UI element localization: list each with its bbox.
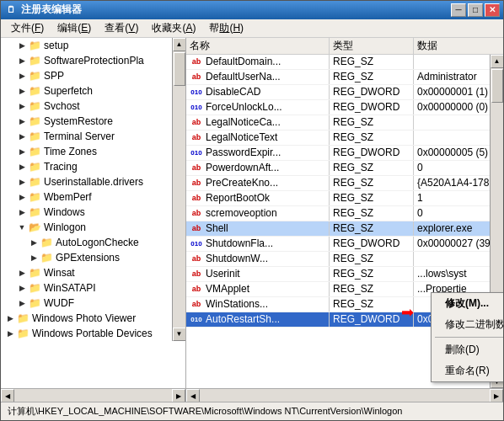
folder-icon: 📁 — [28, 161, 41, 173]
reg-row[interactable]: abShutdownW... REG_SZ — [186, 252, 490, 267]
reg-row[interactable]: abLegalNoticeCa... REG_SZ — [186, 115, 490, 131]
tree-item-terminalserver[interactable]: ▶ 📁 Terminal Server — [1, 129, 172, 144]
tree-item-windowsphotoviewer[interactable]: ▶ 📁 Windows Photo Viewer — [1, 311, 172, 326]
reg-cell-type: REG_DWORD — [330, 312, 414, 327]
status-text: 计算机\HKEY_LOCAL_MACHINE\SOFTWARE\Microsof… — [8, 405, 402, 418]
tree-vscrollbar[interactable]: ▲ ▼ — [172, 38, 185, 341]
menu-file[interactable]: 文件(F) — [4, 19, 51, 37]
tree-item-superfetch[interactable]: ▶ 📁 Superfetch — [1, 83, 172, 99]
reg-cell-name: 010PasswordExpir... — [186, 146, 330, 160]
menu-edit[interactable]: 编辑(E) — [51, 19, 98, 37]
bottom-scrollbars: ◀ ▶ ◀ ▶ — [1, 388, 503, 402]
reg-cell-type: REG_SZ — [330, 282, 414, 296]
reg-row[interactable]: abUserinit REG_SZ ...lows\syst — [186, 267, 490, 282]
tree-label: Superfetch — [44, 85, 93, 97]
tree-item-windows[interactable]: ▶ 📁 Windows — [1, 205, 172, 220]
right-hscroll[interactable]: ◀ ▶ — [186, 389, 503, 402]
reg-row[interactable]: abDefaultUserNa... REG_SZ Administrator — [186, 70, 490, 85]
tree-item-autologon[interactable]: ▶ 📁 AutoLogonChecke — [1, 235, 172, 250]
reg-cell-name: abShell — [186, 221, 330, 236]
scroll-thumb[interactable] — [174, 52, 185, 86]
ctx-item-delete[interactable]: 删除(D) — [432, 339, 503, 360]
tree-item-winsatapi[interactable]: ▶ 📁 WinSATAPI — [1, 280, 172, 296]
reg-cell-data: 0x00000005 (5) — [414, 146, 490, 160]
reg-cell-data: ...lows\syst — [414, 267, 490, 281]
hscroll-left-btn[interactable]: ◀ — [1, 389, 14, 402]
tree-item-gpextensions[interactable]: ▶ 📁 GPExtensions — [1, 250, 172, 265]
reg-row[interactable]: abDefaultDomain... REG_SZ — [186, 55, 490, 70]
ctx-item-rename[interactable]: 重命名(R) — [432, 360, 503, 381]
tree-item-tracing[interactable]: ▶ 📁 Tracing — [1, 159, 172, 174]
tree-item-wudf[interactable]: ▶ 📁 WUDF — [1, 296, 172, 311]
reg-cell-type: REG_DWORD — [330, 237, 414, 251]
tree-inner: ▶ 📁 setup ▶ 📁 SoftwareProtectionPla ▶ 📁 … — [1, 38, 172, 341]
tree-item-windowsportable[interactable]: ▶ 📁 Windows Portable Devices — [1, 326, 172, 341]
reg-cell-name: 010ForceUnlockLo... — [186, 100, 330, 115]
minimize-button[interactable]: ─ — [451, 3, 466, 17]
reg-row[interactable]: abscremoveoption REG_SZ 0 — [186, 206, 490, 221]
reg-row-shell[interactable]: abShell REG_SZ explorer.exe — [186, 221, 490, 237]
folder-icon: 📁 — [28, 206, 41, 218]
reg-row[interactable]: abPowerdownAft... REG_SZ 0 — [186, 161, 490, 176]
reg-cell-name: 010ShutdownFla... — [186, 237, 330, 251]
reg-cell-data: 0x00000000 (0) — [414, 100, 490, 115]
tree-item-userinstallable[interactable]: ▶ 📁 Userinstallable.drivers — [1, 174, 172, 189]
folder-icon: 📁 — [28, 297, 41, 309]
tree-label: WbemPerf — [44, 191, 92, 203]
tree-item-wbemperf[interactable]: ▶ 📁 WbemPerf — [1, 189, 172, 205]
scroll-up-btn[interactable]: ▲ — [491, 55, 504, 68]
scroll-thumb[interactable] — [491, 69, 503, 103]
tree-panel: ▶ 📁 setup ▶ 📁 SoftwareProtectionPla ▶ 📁 … — [1, 38, 186, 388]
expand-icon: ▶ — [16, 131, 28, 142]
hscroll-track — [200, 389, 490, 402]
tree-item-softwareprotection[interactable]: ▶ 📁 SoftwareProtectionPla — [1, 53, 172, 68]
scroll-down-btn[interactable]: ▼ — [173, 328, 186, 341]
scroll-up-btn[interactable]: ▲ — [173, 38, 186, 51]
reg-row[interactable]: 010ShutdownFla... REG_DWORD 0x00000027 (… — [186, 237, 490, 252]
reg-row[interactable]: 010DisableCAD REG_DWORD 0x00000001 (1) — [186, 85, 490, 100]
tree-item-svchost[interactable]: ▶ 📁 Svchost — [1, 99, 172, 114]
tree-label: Time Zones — [44, 146, 97, 157]
tree-label: SPP — [44, 70, 64, 82]
registry-table-header: 名称 类型 数据 — [186, 38, 503, 55]
reg-row[interactable]: abPreCreateKno... REG_SZ {A520A1A4-1780 — [186, 176, 490, 191]
tree-label: WinSATAPI — [44, 282, 96, 294]
expand-icon: ▶ — [16, 70, 28, 82]
reg-cell-name: abPreCreateKno... — [186, 176, 330, 190]
hscroll-right-btn[interactable]: ▶ — [172, 389, 185, 402]
ctx-item-modify[interactable]: 修改(M)... — [432, 293, 503, 314]
context-menu: 修改(M)... 修改二进制数据(B)... 删除(D) 重命名(R) — [431, 292, 503, 382]
tree-item-winsat[interactable]: ▶ 📁 Winsat — [1, 265, 172, 280]
menu-help[interactable]: 帮助(H) — [202, 19, 250, 37]
tree-item-spp[interactable]: ▶ 📁 SPP — [1, 68, 172, 83]
reg-cell-type: REG_SZ — [330, 131, 414, 145]
reg-cell-data: 0x00000001 (1) — [414, 85, 490, 99]
tree-label: Windows Portable Devices — [32, 328, 153, 339]
maximize-button[interactable]: □ — [468, 3, 483, 17]
tree-item-timezones[interactable]: ▶ 📁 Time Zones — [1, 144, 172, 159]
tree-item-systemrestore[interactable]: ▶ 📁 SystemRestore — [1, 114, 172, 129]
reg-row[interactable]: 010PasswordExpir... REG_DWORD 0x00000005… — [186, 146, 490, 161]
hscroll-left-btn[interactable]: ◀ — [186, 389, 200, 402]
hscroll-right-btn[interactable]: ▶ — [490, 389, 503, 402]
tree-label: SoftwareProtectionPla — [44, 55, 144, 67]
expand-icon: ▶ — [16, 85, 28, 97]
left-hscroll[interactable]: ◀ ▶ — [1, 389, 186, 402]
ctx-item-modify-binary[interactable]: 修改二进制数据(B)... — [432, 314, 503, 335]
close-button[interactable]: ✕ — [485, 3, 500, 17]
reg-cell-name: abDefaultUserNa... — [186, 70, 330, 84]
reg-cell-name: abVMApplet — [186, 282, 330, 296]
reg-row[interactable]: abReportBootOk REG_SZ 1 — [186, 191, 490, 206]
reg-cell-type: REG_SZ — [330, 297, 414, 312]
hscroll-track — [14, 389, 172, 402]
menu-favorites[interactable]: 收藏夹(A) — [145, 19, 202, 37]
folder-icon: 📁 — [28, 146, 41, 157]
reg-row[interactable]: 010ForceUnlockLo... REG_DWORD 0x00000000… — [186, 100, 490, 115]
tree-label: setup — [44, 40, 68, 51]
status-bar: 计算机\HKEY_LOCAL_MACHINE\SOFTWARE\Microsof… — [1, 402, 503, 420]
tree-item-setup[interactable]: ▶ 📁 setup — [1, 38, 172, 53]
reg-row[interactable]: abLegalNoticeText REG_SZ — [186, 131, 490, 146]
menu-view[interactable]: 查看(V) — [98, 19, 145, 37]
tree-item-winlogon[interactable]: ▼ 📂 Winlogon — [1, 220, 172, 235]
reg-cell-data: 0x00000027 (39) — [414, 237, 490, 251]
